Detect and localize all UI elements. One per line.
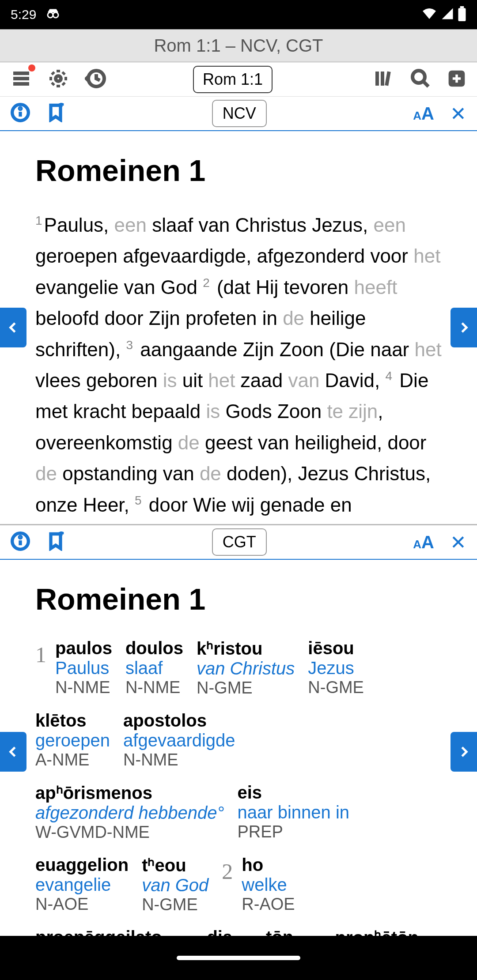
svg-point-12	[413, 71, 425, 83]
word-block[interactable]: howelkeR-AOE	[242, 855, 295, 914]
interlinear-text[interactable]: 1paulosPaulusN-NMEdoulosslaafN-NMEkʰrist…	[35, 638, 442, 944]
word-block[interactable]: apostolosafgevaardigdeN-NME	[123, 711, 235, 769]
status-time: 5:29	[11, 7, 36, 22]
chapter-heading: Romeinen 1	[35, 582, 442, 616]
prev-chapter-button[interactable]	[0, 308, 26, 347]
font-size-button[interactable]: AA	[413, 104, 434, 124]
add-button[interactable]	[447, 69, 466, 90]
svg-line-13	[423, 81, 428, 87]
pane1-content[interactable]: Romeinen 1 1Paulus, een slaaf van Christ…	[0, 131, 477, 524]
reference-selector[interactable]: Rom 1:1	[193, 66, 273, 93]
notification-dot-icon	[28, 64, 35, 72]
svg-point-7	[56, 76, 61, 81]
word-block[interactable]: eisnaar binnen inPREP	[237, 783, 349, 841]
system-nav-bar	[0, 936, 477, 980]
svg-point-0	[48, 12, 53, 18]
svg-point-24	[19, 536, 21, 538]
status-bar: 5:29	[0, 0, 477, 29]
pane2-toolbar: CGT AA ✕	[0, 525, 477, 560]
window-title: Rom 1:1 – NCV, CGT	[154, 36, 323, 56]
next-chapter-button[interactable]	[450, 308, 477, 347]
signal-icon	[441, 7, 454, 22]
chapter-heading: Romeinen 1	[35, 153, 442, 188]
word-block[interactable]: iēsouJezusN-GME	[308, 638, 364, 697]
main-toolbar: Rom 1:1	[0, 62, 477, 97]
version-selector-pane2[interactable]: CGT	[212, 528, 267, 556]
word-block[interactable]: klētosgeroepenA-NME	[35, 711, 110, 769]
svg-point-1	[53, 12, 58, 18]
font-size-button[interactable]: AA	[413, 532, 434, 552]
library-button[interactable]	[373, 68, 394, 91]
close-pane2-button[interactable]: ✕	[450, 531, 466, 554]
battery-icon	[458, 6, 466, 23]
svg-point-19	[19, 108, 21, 109]
word-block[interactable]: euaggelionevangelieN-AOE	[35, 855, 129, 914]
svg-rect-10	[381, 72, 384, 86]
info-button[interactable]	[11, 103, 30, 124]
svg-rect-3	[460, 6, 464, 8]
word-block[interactable]: tʰeouvan GodN-GME	[142, 855, 208, 914]
nav-pill[interactable]	[177, 956, 300, 960]
close-pane1-button[interactable]: ✕	[450, 102, 466, 125]
bookmark-add-button[interactable]	[46, 103, 65, 124]
status-left: 5:29	[11, 6, 61, 23]
wifi-icon	[421, 6, 437, 23]
verse-text[interactable]: 1Paulus, een slaaf van Christus Jezus, e…	[35, 210, 442, 520]
bookmark-add-button[interactable]	[46, 531, 65, 553]
title-bar: Rom 1:1 – NCV, CGT	[0, 29, 477, 62]
next-chapter-button[interactable]	[450, 732, 477, 772]
word-block[interactable]: doulosslaafN-NME	[125, 638, 183, 697]
word-block[interactable]: apʰōrismenosafgezonderd hebbende°W-GVMD-…	[35, 783, 224, 842]
search-button[interactable]	[410, 68, 431, 91]
svg-rect-2	[458, 8, 466, 21]
word-block[interactable]: paulosPaulusN-NME	[55, 638, 112, 697]
word-block[interactable]: kʰristouvan ChristusN-GME	[197, 638, 295, 697]
pane1-toolbar: NCV AA ✕	[0, 97, 477, 131]
info-button[interactable]	[11, 531, 30, 553]
status-right	[421, 6, 466, 23]
settings-button[interactable]	[48, 68, 69, 91]
svg-rect-9	[375, 72, 379, 86]
history-button[interactable]	[85, 68, 106, 91]
version-selector-pane1[interactable]: NCV	[212, 100, 267, 127]
menu-button[interactable]	[11, 68, 32, 91]
prev-chapter-button[interactable]	[0, 732, 26, 772]
pane2-content[interactable]: Romeinen 1 1paulosPaulusN-NMEdoulosslaaf…	[0, 560, 477, 944]
incognito-icon	[45, 6, 61, 23]
svg-rect-11	[385, 71, 390, 86]
